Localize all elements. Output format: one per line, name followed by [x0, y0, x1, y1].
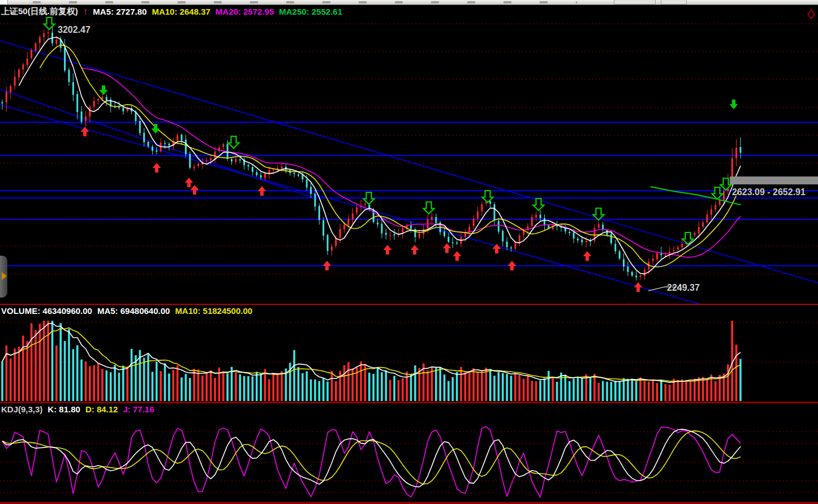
- candle-body: [343, 225, 345, 229]
- candle-body: [627, 266, 628, 272]
- volume-bar: [122, 365, 124, 401]
- volume-bar: [85, 361, 87, 401]
- buy-signal-arrow: [323, 261, 331, 270]
- volume-kdj-separator: [0, 402, 818, 403]
- buy-signal-arrow: [583, 251, 592, 261]
- candle-body: [6, 92, 7, 103]
- candle-body: [39, 37, 41, 43]
- candle-body: [740, 147, 742, 153]
- candle-body: [435, 217, 437, 223]
- kdj-j-readout: J: 77.16: [123, 404, 154, 414]
- ma5-readout: MA5: 2727.80: [93, 7, 147, 16]
- volume-bar: [639, 377, 642, 401]
- kdj-k-line: [2, 429, 740, 487]
- candle-body: [735, 148, 737, 158]
- candle-body: [2, 102, 3, 104]
- hollow-sell-signal-arrow: [712, 187, 723, 199]
- volume-bar: [681, 380, 683, 401]
- volume-bar: [714, 381, 717, 401]
- candle-body: [298, 174, 299, 175]
- volume-bar: [406, 372, 408, 401]
- volume-bar: [156, 361, 158, 401]
- hollow-sell-signal-arrow: [424, 202, 434, 214]
- candle-body: [698, 227, 700, 234]
- volume-bar: [293, 350, 295, 401]
- volume-bar: [305, 371, 308, 401]
- volume-bar: [68, 329, 70, 401]
- candle-body: [206, 161, 208, 162]
- volume-ma10-readout: MA10: 51824500.00: [175, 306, 252, 316]
- candle-body: [260, 175, 262, 178]
- volume-bar: [544, 378, 546, 401]
- candle-body: [156, 150, 157, 152]
- candle-body: [85, 117, 87, 122]
- candle-body: [506, 242, 508, 247]
- volume-bar: [694, 378, 696, 401]
- volume-bar: [485, 368, 487, 401]
- volume-ma5-readout: MA5: 69480640.00: [97, 306, 170, 316]
- low-price-label: 2249.37: [667, 283, 700, 293]
- volume-bar: [143, 358, 145, 401]
- candle-body: [714, 205, 716, 210]
- diamond-marker-icon[interactable]: [806, 9, 816, 19]
- candle-body: [31, 50, 32, 58]
- candle-body: [473, 219, 475, 226]
- candle-body: [14, 77, 16, 86]
- volume-bar: [318, 381, 321, 401]
- volume-bar: [489, 369, 492, 401]
- instrument-title: 上证50(日线.前复权): [1, 6, 78, 17]
- volume-bar: [89, 366, 91, 401]
- range-measure-bar[interactable]: [730, 176, 818, 184]
- volume-pane-header: VOLUME: 46340960.00 MA5: 69480640.00 MA1…: [1, 306, 252, 316]
- volume-bar: [402, 378, 404, 401]
- candle-body: [711, 209, 712, 215]
- volume-bar: [510, 376, 513, 401]
- candle-body: [139, 121, 141, 133]
- candle-body: [544, 218, 545, 225]
- volume-bar: [556, 382, 558, 401]
- volume-bar: [59, 323, 62, 401]
- volume-bar: [252, 376, 254, 401]
- volume-bar: [685, 381, 687, 401]
- candle-body: [314, 193, 316, 206]
- candle-body: [581, 240, 583, 243]
- volume-bar: [268, 379, 270, 401]
- candle-body: [168, 144, 170, 145]
- volume-bar: [302, 373, 304, 401]
- volume-bar: [610, 382, 613, 401]
- volume-bar: [118, 373, 120, 401]
- candle-body: [347, 218, 349, 225]
- candle-body: [364, 204, 366, 205]
- candle-body: [585, 241, 587, 243]
- sell-signal-arrow: [730, 100, 738, 109]
- candle-body: [677, 247, 679, 249]
- side-panel-handle[interactable]: [0, 256, 7, 298]
- volume-bar: [456, 372, 458, 401]
- volume-bar: [343, 365, 346, 401]
- volume-bar: [552, 377, 554, 401]
- hollow-sell-signal-arrow: [229, 136, 239, 148]
- volume-bar: [235, 373, 237, 401]
- volume-bar: [644, 381, 646, 401]
- volume-ma10-line: [2, 328, 740, 381]
- candle-body: [294, 173, 295, 174]
- candlestick-chart-canvas[interactable]: [0, 0, 818, 504]
- expand-arrow-icon: [2, 272, 7, 280]
- volume-bar: [160, 371, 162, 401]
- candle-body: [719, 200, 721, 204]
- buy-signal-arrow: [411, 245, 419, 255]
- volume-bar: [690, 381, 692, 401]
- volume-bar: [314, 380, 316, 401]
- volume-bar: [431, 367, 433, 401]
- peak-price-label: 3202.47: [58, 25, 91, 35]
- volume-bar: [669, 385, 671, 401]
- volume-bar: [131, 349, 133, 401]
- volume-bar: [447, 381, 450, 401]
- candle-body: [231, 159, 233, 161]
- hollow-sell-signal-arrow: [533, 199, 544, 210]
- candle-body: [248, 165, 249, 167]
- volume-bar: [289, 363, 291, 401]
- volume-bar: [606, 382, 608, 401]
- buy-signal-arrow: [384, 245, 392, 255]
- volume-bar: [614, 381, 617, 401]
